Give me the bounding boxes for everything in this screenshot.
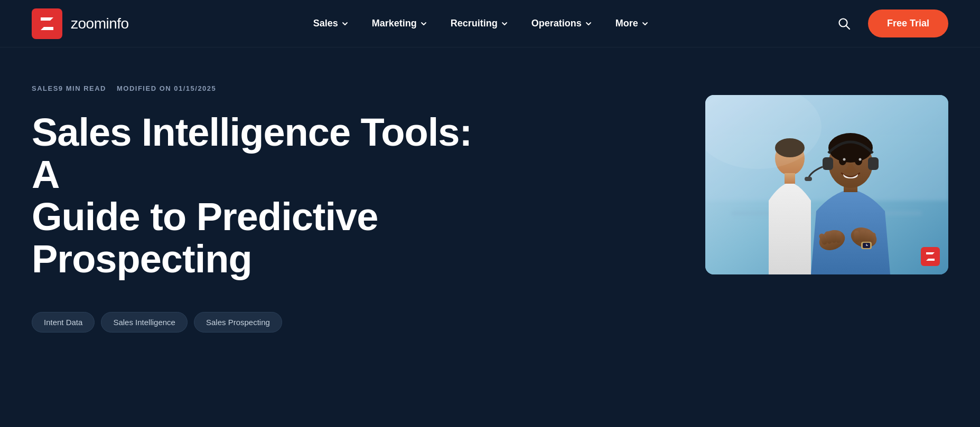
hero-section: SALES9 MIN READ MODIFIED ON 01/15/2025 S… — [0, 48, 980, 426]
meta-category: SALES9 MIN READ — [32, 84, 106, 92]
nav-item-operations[interactable]: Operations — [522, 13, 602, 34]
svg-rect-15 — [805, 177, 812, 181]
svg-point-17 — [855, 157, 862, 165]
svg-point-16 — [839, 157, 846, 165]
navbar-center: Sales Marketing Recruiting — [304, 13, 658, 34]
chevron-down-icon — [341, 20, 349, 27]
navbar: zoominfo Sales Marketing Recruiting — [0, 0, 980, 48]
svg-rect-13 — [823, 157, 833, 170]
svg-rect-7 — [785, 173, 795, 184]
z-logo-svg — [38, 14, 57, 33]
nav-item-sales[interactable]: Sales — [304, 13, 358, 34]
free-trial-button[interactable]: Free Trial — [868, 10, 948, 37]
chevron-down-icon — [501, 20, 508, 27]
svg-point-18 — [843, 158, 846, 161]
nav-item-more[interactable]: More — [606, 13, 658, 34]
hero-title: Sales Intelligence Tools: A Guide to Pre… — [32, 111, 497, 280]
hero-tags: Intent Data Sales Intelligence Sales Pro… — [32, 312, 497, 333]
chevron-down-icon — [420, 20, 427, 27]
svg-line-1 — [846, 25, 850, 29]
hero-illustration — [705, 95, 948, 274]
nav-item-marketing[interactable]: Marketing — [362, 13, 437, 34]
hero-meta: SALES9 MIN READ MODIFIED ON 01/15/2025 — [32, 84, 497, 92]
search-icon — [837, 17, 851, 31]
tag-sales-prospecting[interactable]: Sales Prospecting — [194, 312, 282, 333]
chevron-down-icon — [585, 20, 592, 27]
nav-item-recruiting[interactable]: Recruiting — [441, 13, 518, 34]
tag-intent-data[interactable]: Intent Data — [32, 312, 95, 333]
navbar-brand: zoominfo — [32, 8, 129, 39]
logo-text[interactable]: zoominfo — [71, 15, 129, 32]
zoominfo-badge — [921, 247, 940, 266]
navbar-right: Free Trial — [833, 10, 948, 37]
svg-point-19 — [859, 158, 862, 161]
chevron-down-icon — [641, 20, 649, 27]
logo-icon[interactable] — [32, 8, 62, 39]
zi-badge-icon — [925, 251, 936, 262]
hero-image — [705, 95, 948, 274]
meta-modified-date: MODIFIED ON 01/15/2025 — [117, 84, 216, 92]
svg-rect-14 — [868, 157, 879, 170]
hero-content: SALES9 MIN READ MODIFIED ON 01/15/2025 S… — [32, 84, 497, 333]
tag-sales-intelligence[interactable]: Sales Intelligence — [101, 312, 188, 333]
search-button[interactable] — [833, 13, 855, 35]
hero-image-area — [705, 95, 948, 274]
